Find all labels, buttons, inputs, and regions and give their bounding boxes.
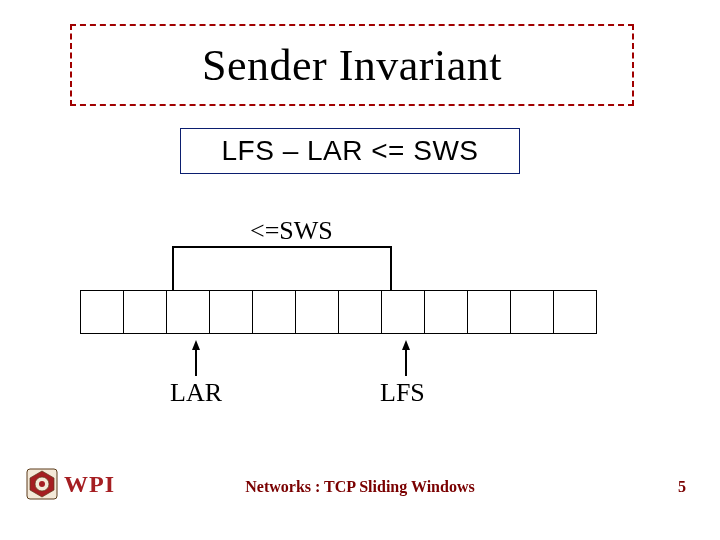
buffer-cell [338,290,382,334]
buffer-cell [381,290,425,334]
buffer-cell [510,290,554,334]
sws-annotation: <=SWS [250,216,333,246]
buffer-cell [209,290,253,334]
bracket-right [390,246,392,290]
invariant-box: LFS – LAR <= SWS [180,128,520,174]
buffer-cell [553,290,597,334]
svg-point-2 [39,481,45,487]
lfs-label: LFS [380,378,425,408]
invariant-equation: LFS – LAR <= SWS [222,135,479,167]
wpi-logo-text: WPI [64,471,115,498]
buffer-cell [467,290,511,334]
buffer-cell [80,290,124,334]
lfs-pointer-arrow-icon [400,340,412,376]
slide: Sender Invariant LFS – LAR <= SWS <=SWS … [0,0,720,540]
buffer-cell [123,290,167,334]
wpi-logo: WPI [26,468,115,500]
buffer-cell [252,290,296,334]
slide-title: Sender Invariant [202,40,502,91]
buffer-row [80,290,597,334]
lar-pointer-arrow-icon [190,340,202,376]
wpi-seal-icon [26,468,58,500]
buffer-cell [166,290,210,334]
page-number: 5 [678,478,686,496]
buffer-cell [424,290,468,334]
title-box: Sender Invariant [70,24,634,106]
bracket-top [172,246,390,248]
buffer-cell [295,290,339,334]
bracket-left [172,246,174,290]
lar-label: LAR [170,378,222,408]
